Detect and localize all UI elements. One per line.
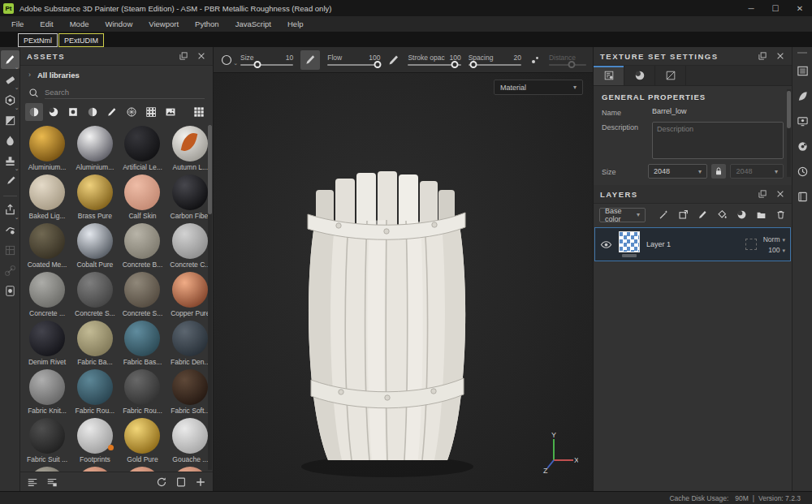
list-folders-view-icon[interactable] — [46, 476, 58, 488]
material-item[interactable]: Gouache ... — [170, 418, 210, 464]
filter-materials[interactable] — [25, 103, 43, 121]
material-thumbnail[interactable] — [124, 467, 160, 472]
material-picker-tool[interactable] — [1, 172, 19, 191]
material-thumbnail[interactable] — [172, 369, 208, 405]
material-thumbnail[interactable] — [29, 369, 65, 405]
symmetry-icon[interactable] — [529, 54, 542, 67]
tab-uv[interactable] — [655, 66, 686, 85]
material-item[interactable]: Fabric Rou... — [75, 369, 115, 416]
material-item[interactable]: Concrete B... — [123, 223, 163, 269]
close-icon[interactable] — [775, 189, 785, 199]
material-thumbnail[interactable] — [172, 418, 208, 454]
brush-preview-icon[interactable]: ⌄ — [220, 54, 233, 67]
material-item[interactable]: Coated Me... — [27, 223, 67, 269]
opacity-dropdown[interactable]: 100▾ — [768, 246, 785, 254]
material-thumbnail[interactable] — [77, 223, 113, 259]
material-thumbnail[interactable] — [172, 467, 208, 472]
assets-scrollbar[interactable] — [208, 125, 212, 470]
material-item[interactable]: Fabric Knit... — [27, 369, 67, 416]
new-resource-icon[interactable] — [175, 476, 187, 488]
material-item[interactable]: Copper Pure — [170, 272, 210, 318]
flow-slider[interactable]: Flow100 — [327, 54, 380, 66]
tab-channels[interactable] — [624, 66, 655, 85]
brush-settings-icon[interactable] — [793, 87, 811, 105]
material-item[interactable]: Aluminium... — [75, 126, 115, 172]
polygon-fill-tool[interactable] — [1, 111, 19, 130]
undock-icon[interactable] — [758, 189, 767, 199]
menu-item-file[interactable]: File — [3, 16, 32, 32]
material-thumbnail[interactable] — [172, 272, 208, 308]
spacing-slider[interactable]: Spacing20 — [469, 54, 521, 66]
filter-filters[interactable] — [84, 103, 102, 121]
stroke-opacity-slider-track[interactable] — [408, 64, 460, 66]
close-button[interactable]: ✕ — [788, 0, 812, 16]
texture-set-scrollbar[interactable] — [787, 89, 791, 177]
material-thumbnail[interactable] — [124, 174, 160, 210]
document-tab-pextudim[interactable]: PExtUDIM — [58, 33, 104, 47]
filter-meshes[interactable] — [123, 103, 140, 121]
material-item[interactable]: Concrete S... — [75, 272, 115, 318]
grid-view-toggle[interactable] — [190, 103, 208, 121]
undock-icon[interactable] — [758, 51, 767, 61]
paint-brush-tool[interactable]: ⌄ — [1, 50, 19, 69]
material-item[interactable] — [75, 467, 115, 472]
material-item[interactable]: Carbon Fiber — [170, 174, 210, 221]
material-thumbnail[interactable] — [124, 272, 160, 308]
material-thumbnail[interactable] — [124, 418, 160, 454]
menu-item-window[interactable]: Window — [97, 16, 140, 32]
material-item[interactable]: Artificial Le... — [123, 126, 163, 172]
material-thumbnail[interactable] — [29, 467, 65, 472]
lock-icon[interactable] — [711, 164, 726, 179]
layer-name[interactable]: Layer 1 — [646, 240, 739, 248]
close-icon[interactable] — [197, 51, 206, 61]
material-thumbnail[interactable] — [77, 272, 113, 308]
all-libraries-row[interactable]: › All libraries — [20, 66, 213, 84]
add-group-button[interactable] — [756, 209, 767, 220]
add-smart-mask-button[interactable] — [736, 209, 747, 220]
material-thumbnail[interactable] — [29, 126, 65, 162]
search-input[interactable] — [45, 86, 205, 99]
material-item[interactable] — [123, 467, 163, 472]
flow-slider-knob[interactable] — [374, 61, 382, 68]
visibility-eye-icon[interactable] — [600, 239, 612, 251]
dock-grip[interactable] — [797, 52, 807, 54]
material-thumbnail[interactable] — [77, 467, 113, 472]
material-item[interactable]: Cobalt Pure — [75, 223, 115, 269]
material-item[interactable]: Concrete S... — [123, 272, 163, 318]
filter-smart-materials[interactable] — [45, 103, 63, 121]
size-slider[interactable]: Size10 — [240, 54, 293, 66]
material-item[interactable]: Fabric Ba... — [75, 321, 115, 367]
add-fill-layer-button[interactable] — [717, 209, 728, 220]
material-item[interactable]: Denim Rivet — [27, 321, 67, 367]
add-smart-material-button[interactable] — [678, 209, 689, 220]
maximize-button[interactable]: ☐ — [763, 0, 788, 16]
name-value[interactable]: Barrel_low — [652, 107, 687, 115]
material-item[interactable] — [27, 467, 67, 472]
material-thumbnail[interactable] — [77, 369, 113, 405]
menu-item-help[interactable]: Help — [279, 16, 312, 32]
material-thumbnail[interactable] — [29, 272, 65, 308]
material-thumbnail[interactable] — [124, 321, 160, 356]
layer-thumbnail[interactable] — [619, 231, 640, 252]
document-tab-pextnml[interactable]: PExtNml — [18, 33, 58, 47]
history-icon[interactable] — [793, 162, 811, 180]
material-thumbnail[interactable] — [29, 174, 65, 210]
shader-settings-icon[interactable] — [793, 137, 811, 155]
size-dropdown[interactable]: 2048 ▾ — [648, 164, 707, 179]
channel-filter-dropdown[interactable]: Base color ▾ — [599, 208, 646, 222]
refresh-icon[interactable] — [156, 476, 167, 488]
material-thumbnail[interactable] — [29, 223, 65, 259]
add-paint-layer-button[interactable] — [698, 209, 708, 220]
spacing-slider-track[interactable] — [469, 64, 521, 66]
stroke-opacity-slider[interactable]: Stroke opac100 — [408, 54, 460, 66]
material-thumbnail[interactable] — [172, 174, 208, 210]
material-thumbnail[interactable] — [124, 369, 160, 405]
material-thumbnail[interactable] — [172, 321, 208, 356]
filter-alphas[interactable] — [64, 103, 82, 121]
material-thumbnail[interactable] — [77, 321, 113, 356]
material-thumbnail[interactable] — [77, 418, 113, 454]
material-thumbnail[interactable] — [124, 126, 160, 162]
spacing-slider-knob[interactable] — [470, 61, 477, 68]
material-thumbnail[interactable] — [124, 223, 160, 259]
display-settings-icon[interactable] — [793, 112, 811, 130]
